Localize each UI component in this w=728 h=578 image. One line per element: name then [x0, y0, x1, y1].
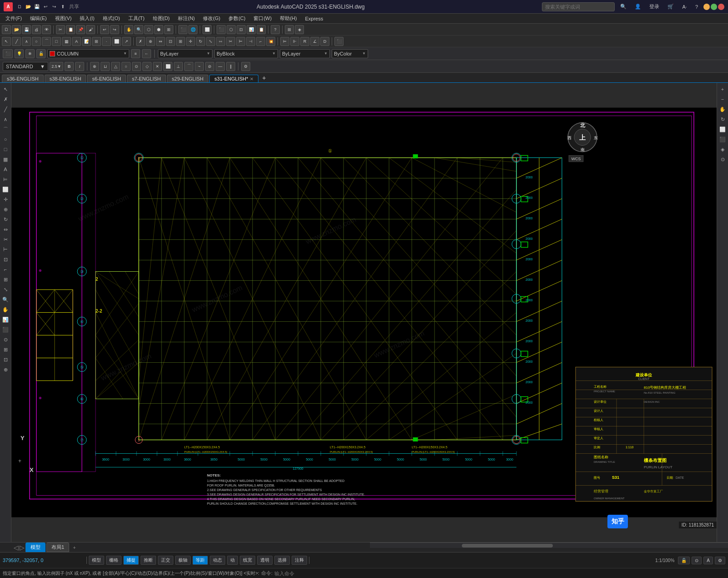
zoom-ext-btn[interactable]: ⊞: [164, 25, 173, 34]
offset-btn[interactable]: ⊡: [166, 37, 175, 46]
textstyle-dropdown[interactable]: STANDARD ▼: [3, 62, 48, 71]
new-file-btn[interactable]: 🗋: [2, 25, 11, 34]
lt-fillet[interactable]: ⌐: [1, 265, 10, 274]
trim-btn[interactable]: ✂: [226, 37, 235, 46]
lt-layer2[interactable]: ⬛: [1, 325, 10, 334]
array-btn[interactable]: ⊞: [176, 37, 185, 46]
osnap-settings-btn[interactable]: ⚙: [241, 62, 250, 71]
menu-format[interactable]: 格式(O): [99, 14, 124, 23]
lt-extra2[interactable]: ⊕: [1, 365, 10, 374]
lt-select[interactable]: ↖: [1, 85, 10, 94]
maximize-button[interactable]: [711, 4, 717, 10]
copy-btn[interactable]: 📋: [66, 25, 75, 34]
menu-help[interactable]: 帮助(H): [276, 14, 300, 23]
matchprop-btn[interactable]: 🖌: [86, 25, 95, 34]
xref-btn[interactable]: ⬡: [227, 25, 236, 34]
settings-icon[interactable]: A·: [679, 3, 689, 10]
lt-line[interactable]: ╱: [1, 105, 10, 114]
snap-ins-btn[interactable]: ⬜: [163, 62, 172, 71]
lt-copy[interactable]: ⊕: [1, 205, 10, 214]
pan-btn[interactable]: ✋: [124, 25, 133, 34]
lt-snap[interactable]: ⊙: [1, 335, 10, 344]
layer-match-btn[interactable]: ≡: [131, 49, 140, 58]
rt-orbit[interactable]: ↻: [718, 115, 727, 124]
share-icon[interactable]: ⬆: [59, 3, 67, 11]
rotate-btn[interactable]: ↻: [196, 37, 205, 46]
tab-s29[interactable]: s29-ENGLISH: [167, 75, 209, 82]
wblock-btn[interactable]: ↗: [122, 37, 131, 46]
layout1-tab[interactable]: 布局1: [46, 543, 69, 552]
move-btn[interactable]: ✛: [186, 37, 195, 46]
menu-insert[interactable]: 插入(I): [76, 14, 98, 23]
print-btn[interactable]: 🖨: [32, 25, 41, 34]
paste-btn[interactable]: 📌: [76, 25, 85, 34]
transp-btn[interactable]: 透明: [257, 556, 273, 565]
erase-btn[interactable]: ✗: [136, 37, 145, 46]
lt-mirror[interactable]: ⇔: [1, 225, 10, 234]
lt-block[interactable]: ⬜: [1, 185, 10, 194]
extra-btn1[interactable]: ⊞: [285, 25, 294, 34]
mtext-btn[interactable]: 📝: [82, 37, 91, 46]
tab-add-btn[interactable]: +: [259, 73, 268, 82]
lt-arc[interactable]: ⌒: [1, 125, 10, 134]
add-layout-btn[interactable]: +: [70, 544, 78, 551]
menu-tools[interactable]: 工具(T): [125, 14, 148, 23]
dtrack-btn[interactable]: 动态: [210, 556, 225, 565]
menu-dimension[interactable]: 标注(N): [174, 14, 198, 23]
infer-btn[interactable]: 推断: [141, 556, 156, 565]
dyn-input-btn[interactable]: 动: [227, 556, 238, 565]
rt-zoom-in[interactable]: +: [718, 85, 727, 94]
lt-erase[interactable]: ✗: [1, 95, 10, 104]
menu-draw[interactable]: 绘图(D): [149, 14, 173, 23]
block-btn[interactable]: ⬜: [112, 37, 121, 46]
lt-polyline[interactable]: ∧: [1, 115, 10, 124]
design-center-btn[interactable]: ⊡: [237, 25, 246, 34]
layout-prev[interactable]: ◁: [14, 544, 19, 551]
zoom-realtime-btn[interactable]: 🔍: [134, 25, 143, 34]
extend-btn[interactable]: ⊢: [236, 37, 245, 46]
3dview-btn[interactable]: ⬛: [178, 25, 187, 34]
help-icon[interactable]: ?: [693, 3, 701, 10]
new-icon[interactable]: 🗋: [15, 3, 24, 11]
sheet-set-btn[interactable]: 📋: [257, 25, 266, 34]
insert-block-btn[interactable]: ⬛: [217, 25, 226, 34]
redo-icon[interactable]: ↪: [50, 3, 58, 11]
lt-array[interactable]: ⊞: [1, 275, 10, 284]
snap-near-btn[interactable]: ~: [195, 62, 204, 71]
canvas-wrapper[interactable]: ① ② ③ ④ ⑤ ⑥ ⑦: [11, 83, 717, 542]
tab-s36[interactable]: s36-ENGLISH: [2, 75, 44, 82]
lt-rotate[interactable]: ↻: [1, 215, 10, 224]
rt-zoom-out[interactable]: −: [718, 95, 727, 104]
lineweight-dropdown[interactable]: ByLayer ▼: [280, 49, 330, 58]
anno-visible-btn[interactable]: A: [703, 557, 713, 564]
italic-btn[interactable]: I: [75, 62, 84, 71]
tab-s6[interactable]: s6-ENGLISH: [87, 75, 126, 82]
snap-cen-btn[interactable]: ○: [121, 62, 131, 71]
annot-scale-btn[interactable]: 注释: [292, 556, 307, 565]
tab-s31[interactable]: s31-ENGLISH* ✕: [209, 75, 258, 82]
menu-view[interactable]: 视图(V): [51, 14, 76, 23]
h-scroll-thumb[interactable]: [462, 544, 553, 548]
tab-s7[interactable]: s7-ENGLISH: [127, 75, 166, 82]
ortho-btn[interactable]: 正交: [158, 556, 173, 565]
layer-freeze-btn[interactable]: ❄: [25, 49, 35, 58]
h-scrollbar[interactable]: [370, 543, 728, 548]
prop-palette-btn[interactable]: 📊: [247, 25, 256, 34]
lt-trim[interactable]: ✂: [1, 235, 10, 244]
snap-tan-btn[interactable]: ⌒: [184, 62, 193, 71]
layer-lock-btn[interactable]: 🔓: [36, 49, 46, 58]
stretch-btn[interactable]: ⇿: [216, 37, 225, 46]
menu-params[interactable]: 参数(C): [225, 14, 249, 23]
bold-btn[interactable]: B: [65, 62, 74, 71]
polar-btn[interactable]: 极轴: [175, 556, 191, 565]
model-tab[interactable]: 模型: [25, 543, 46, 552]
snap-par-btn[interactable]: ∥: [226, 62, 235, 71]
bylayer-btn[interactable]: ⬜: [202, 25, 212, 34]
rt-shade[interactable]: ◈: [718, 145, 727, 154]
zoom-window-btn[interactable]: ⬢: [154, 25, 163, 34]
cursor-btn[interactable]: ↖: [2, 37, 11, 46]
snap-ext-btn[interactable]: —: [216, 62, 225, 71]
grid-btn[interactable]: 栅格: [106, 556, 121, 565]
rt-pan[interactable]: ✋: [718, 105, 727, 114]
lt-zoom[interactable]: 🔍: [1, 295, 10, 304]
